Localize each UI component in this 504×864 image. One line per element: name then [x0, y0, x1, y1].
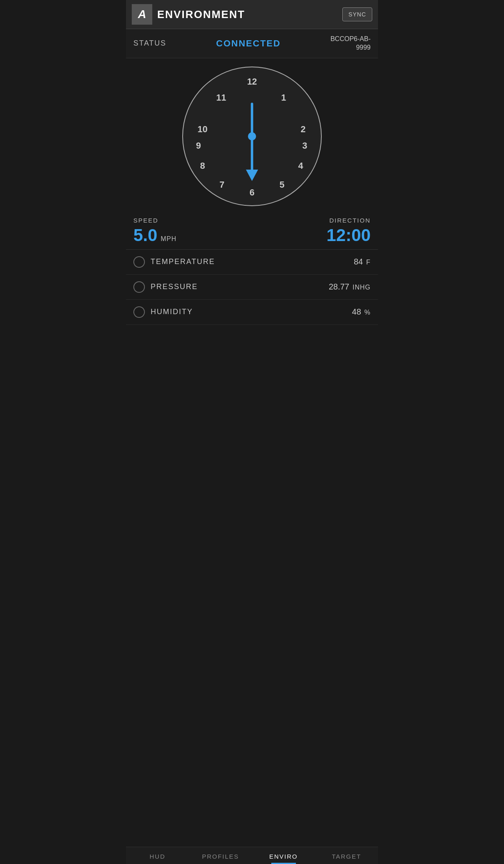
sensor-value-1: 28.77 [329, 282, 349, 292]
sensor-value-row-0: 84 F [354, 257, 371, 267]
sync-button[interactable]: SYNC [342, 7, 372, 21]
wind-clock: 12 1 2 3 4 5 6 7 8 9 10 11 [182, 67, 322, 206]
speed-value-row: 5.0 MPH [133, 225, 176, 245]
svg-marker-13 [246, 170, 258, 181]
sensor-unit-1: INHG [353, 284, 371, 291]
sensor-left: PRESSURE [133, 281, 198, 293]
sensor-name-1: PRESSURE [151, 283, 198, 291]
sensor-value-2: 48 [352, 307, 361, 317]
wind-section: 12 1 2 3 4 5 6 7 8 9 10 11 [126, 58, 378, 210]
device-id: BCCOP6-AB- 9999 [330, 35, 371, 52]
speed-value: 5.0 [133, 225, 157, 245]
status-label: STATUS [133, 39, 166, 48]
svg-text:1: 1 [281, 92, 286, 103]
sensor-left: HUMIDITY [133, 306, 193, 318]
sensor-row-temperature[interactable]: TEMPERATURE 84 F [126, 250, 378, 275]
speed-unit: MPH [160, 235, 176, 243]
clock-svg: 12 1 2 3 4 5 6 7 8 9 10 11 [183, 67, 321, 205]
svg-text:2: 2 [300, 124, 305, 134]
direction-value: 12:00 [327, 225, 371, 245]
svg-text:10: 10 [197, 124, 207, 134]
svg-text:7: 7 [220, 179, 225, 189]
direction-block: DIRECTION 12:00 [327, 217, 371, 245]
sensor-row-humidity[interactable]: HUMIDITY 48 % [126, 300, 378, 325]
connection-status: CONNECTED [216, 38, 281, 49]
app-title: ENVIRONMENT [157, 8, 245, 21]
sensor-row-pressure[interactable]: PRESSURE 28.77 INHG [126, 275, 378, 300]
svg-text:9: 9 [196, 140, 201, 150]
svg-text:8: 8 [200, 161, 205, 171]
speed-label: SPEED [133, 217, 176, 224]
status-bar: STATUS CONNECTED BCCOP6-AB- 9999 [126, 29, 378, 58]
sensor-value-row-2: 48 % [352, 307, 371, 317]
sensor-radio-1[interactable] [133, 281, 145, 293]
svg-text:12: 12 [247, 76, 257, 86]
svg-text:3: 3 [302, 140, 307, 150]
clock-face: 12 1 2 3 4 5 6 7 8 9 10 11 [182, 67, 322, 206]
svg-text:4: 4 [298, 161, 303, 171]
sensor-radio-2[interactable] [133, 306, 145, 318]
header-left: A ENVIRONMENT [132, 4, 245, 25]
app-logo: A [132, 4, 152, 25]
sensor-name-0: TEMPERATURE [151, 257, 215, 266]
sensor-unit-0: F [366, 259, 371, 266]
sensor-radio-0[interactable] [133, 256, 145, 268]
svg-text:6: 6 [250, 187, 254, 198]
sensor-name-2: HUMIDITY [151, 308, 193, 316]
speed-block: SPEED 5.0 MPH [133, 217, 176, 245]
sensor-rows: TEMPERATURE 84 F PRESSURE 28.77 INHG HUM… [126, 250, 378, 325]
sensor-left: TEMPERATURE [133, 256, 215, 268]
speed-direction-row: SPEED 5.0 MPH DIRECTION 12:00 [126, 210, 378, 250]
sensor-value-row-1: 28.77 INHG [329, 282, 371, 292]
direction-value-row: 12:00 [327, 225, 371, 245]
svg-text:11: 11 [216, 92, 226, 103]
sensor-value-0: 84 [354, 257, 363, 267]
svg-text:5: 5 [279, 179, 284, 189]
sensor-unit-2: % [364, 309, 371, 316]
direction-label: DIRECTION [330, 217, 371, 224]
app-header: A ENVIRONMENT SYNC [126, 0, 378, 29]
